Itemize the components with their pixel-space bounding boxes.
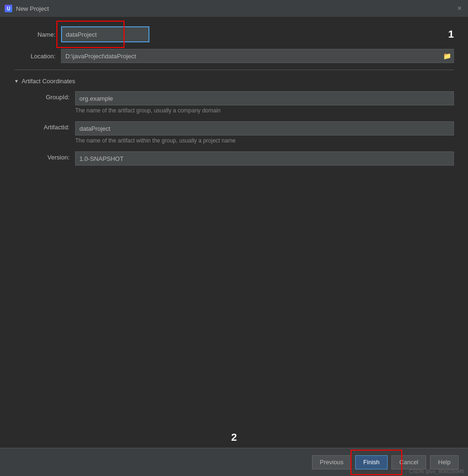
groupid-input[interactable] <box>75 91 454 105</box>
version-field-wrapper <box>75 151 454 166</box>
annotation-2: 2 <box>231 431 237 444</box>
dialog-title: New Project <box>16 5 49 12</box>
name-input-wrapper <box>61 26 442 42</box>
name-label: Name: <box>14 31 61 38</box>
finish-btn-wrapper: Finish <box>355 455 388 469</box>
bottom-bar: 2 Previous Finish Cancel Help CSDN @vx_8… <box>0 448 468 476</box>
groupid-row: GroupId: The name of the artifact group,… <box>23 91 454 119</box>
artifactid-hint: The name of the artifact within the grou… <box>75 137 454 144</box>
annotation-1: 1 <box>448 28 454 40</box>
name-row: Name: 1 <box>14 26 454 42</box>
version-label: Version: <box>23 151 75 161</box>
close-button[interactable]: × <box>456 5 463 12</box>
artifact-section-header: ▼ Artifact Coordinates <box>14 78 454 85</box>
artifactid-row: ArtifactId: The name of the artifact wit… <box>23 121 454 149</box>
help-button[interactable]: Help <box>430 455 459 469</box>
version-row: Version: <box>23 151 454 166</box>
artifactid-label: ArtifactId: <box>23 121 75 131</box>
new-project-dialog: U New Project × Name: 1 Location: 📁 <box>0 0 468 476</box>
artifactid-field-wrapper: The name of the artifact within the grou… <box>75 121 454 149</box>
groupid-field-wrapper: The name of the artifact group, usually … <box>75 91 454 119</box>
title-bar-left: U New Project <box>5 5 49 12</box>
groupid-hint: The name of the artifact group, usually … <box>75 107 454 114</box>
version-input[interactable] <box>75 151 454 166</box>
artifact-content: GroupId: The name of the artifact group,… <box>14 91 454 166</box>
watermark: CSDN @vx_806026945 <box>409 468 464 474</box>
location-label: Location: <box>14 53 61 60</box>
divider <box>14 70 454 70</box>
section-title: Artifact Coordinates <box>22 78 75 85</box>
section-collapse-arrow[interactable]: ▼ <box>14 79 19 84</box>
cancel-button[interactable]: Cancel <box>391 455 426 469</box>
app-icon: U <box>5 5 12 12</box>
location-input-wrapper: 📁 <box>61 49 454 63</box>
name-input[interactable] <box>61 26 149 42</box>
title-bar: U New Project × <box>0 0 468 17</box>
groupid-label: GroupId: <box>23 91 75 101</box>
finish-button[interactable]: Finish <box>355 455 388 469</box>
folder-icon[interactable]: 📁 <box>443 52 451 60</box>
artifactid-input[interactable] <box>75 121 454 135</box>
previous-button[interactable]: Previous <box>312 455 352 469</box>
content-area: Name: 1 Location: 📁 ▼ Artifact Coordinat… <box>0 17 468 448</box>
location-row: Location: 📁 <box>14 49 454 63</box>
location-input[interactable] <box>61 49 454 63</box>
